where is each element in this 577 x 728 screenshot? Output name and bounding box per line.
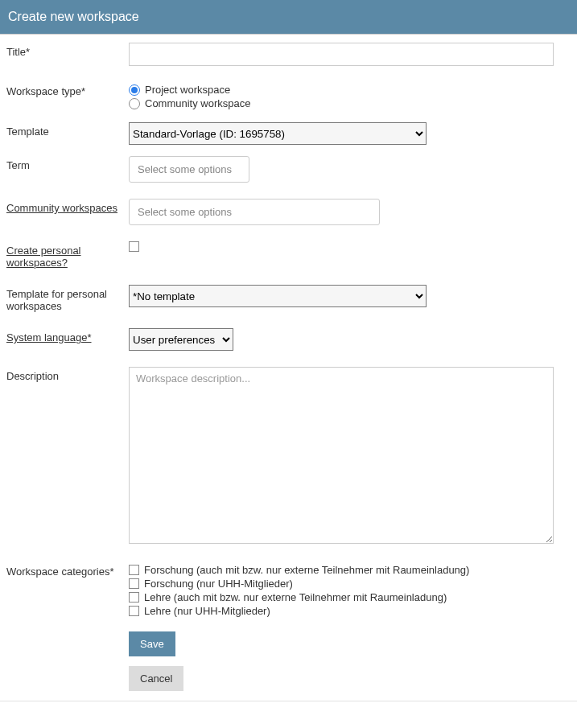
title-label: Title*	[6, 43, 129, 58]
description-label: Description	[6, 367, 129, 382]
term-placeholder: Select some options	[138, 163, 232, 175]
category-item[interactable]: Forschung (auch mit bzw. nur externe Tei…	[129, 564, 571, 576]
workspace-type-option-community[interactable]: Community workspace	[129, 97, 571, 109]
category-item[interactable]: Forschung (nur UHH-Mitglieder)	[129, 578, 571, 590]
system-language-select[interactable]: User preferences	[129, 328, 233, 351]
title-input[interactable]	[129, 43, 554, 66]
category-item[interactable]: Lehre (nur UHH-Mitglieder)	[129, 605, 571, 617]
create-personal-checkbox[interactable]	[129, 241, 139, 252]
category-item-label: Lehre (nur UHH-Mitglieder)	[144, 605, 270, 617]
term-multiselect[interactable]: Select some options	[129, 156, 249, 183]
template-label: Template	[6, 122, 129, 138]
personal-template-label: Template for personal workspaces	[6, 285, 129, 312]
workspace-type-option-community-label: Community workspace	[145, 97, 251, 109]
checkbox-icon	[129, 606, 139, 616]
category-item-label: Forschung (nur UHH-Mitglieder)	[144, 578, 293, 590]
category-item-label: Lehre (auch mit bzw. nur externe Teilneh…	[144, 591, 447, 603]
workspace-type-label: Workspace type*	[6, 82, 129, 97]
checkbox-icon	[129, 592, 139, 603]
dialog-header: Create new workspace	[0, 0, 577, 35]
category-item-label: Forschung (auch mit bzw. nur externe Tei…	[144, 564, 469, 576]
radio-icon	[129, 98, 140, 109]
categories-label: Workspace categories*	[6, 562, 129, 578]
radio-icon	[129, 84, 140, 96]
divider	[0, 701, 577, 701]
dialog-title: Create new workspace	[8, 10, 139, 23]
checkbox-icon	[129, 578, 139, 589]
community-workspaces-label[interactable]: Community workspaces	[6, 202, 117, 214]
workspace-type-option-project-label: Project workspace	[145, 84, 230, 96]
system-language-label[interactable]: System language*	[6, 331, 92, 343]
term-label: Term	[6, 156, 129, 171]
description-textarea[interactable]	[129, 367, 554, 544]
template-select[interactable]: Standard-Vorlage (ID: 1695758)	[129, 122, 427, 145]
category-item[interactable]: Lehre (auch mit bzw. nur externe Teilneh…	[129, 591, 571, 603]
cancel-button[interactable]: Cancel	[129, 666, 183, 691]
save-button[interactable]: Save	[129, 631, 175, 656]
workspace-type-option-project[interactable]: Project workspace	[129, 84, 571, 96]
personal-template-select[interactable]: *No template	[129, 285, 427, 307]
community-workspaces-placeholder: Select some options	[138, 206, 232, 218]
create-personal-label[interactable]: Create personal workspaces?	[6, 245, 81, 269]
community-workspaces-multiselect[interactable]: Select some options	[129, 199, 380, 225]
checkbox-icon	[129, 565, 139, 575]
